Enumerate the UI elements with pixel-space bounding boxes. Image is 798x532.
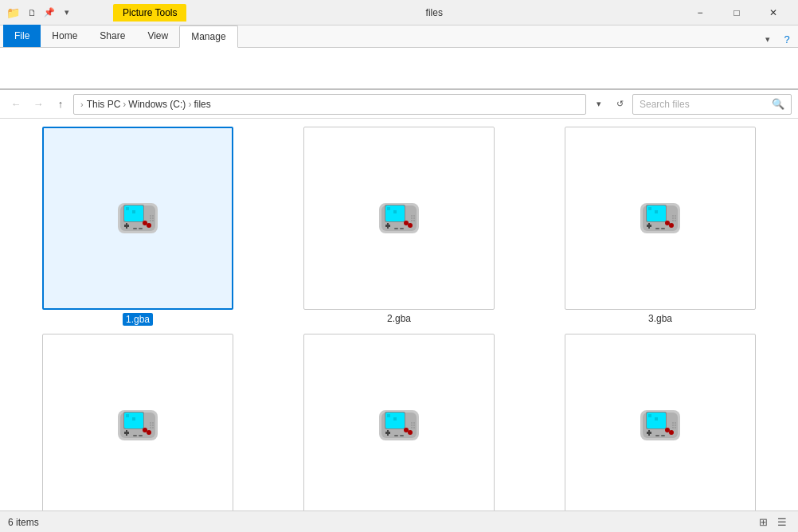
svg-point-94 [413, 427, 415, 428]
svg-point-14 [152, 215, 154, 217]
svg-point-91 [411, 424, 413, 426]
svg-point-34 [411, 217, 413, 219]
tab-home[interactable]: Home [41, 25, 88, 47]
svg-rect-100 [651, 414, 655, 417]
window-title: files [186, 7, 682, 18]
svg-rect-101 [655, 417, 658, 421]
file-item-4[interactable]: 4.gba [11, 334, 264, 510]
svg-point-112 [672, 427, 674, 428]
svg-point-71 [152, 422, 154, 424]
svg-point-110 [672, 424, 674, 426]
svg-rect-31 [400, 228, 404, 229]
search-placeholder: Search files [640, 99, 767, 110]
search-box[interactable]: Search files 🔍 [632, 94, 792, 115]
qa-pin-button[interactable]: 📌 [41, 5, 57, 21]
svg-rect-63 [132, 417, 135, 421]
ribbon-collapse-button[interactable]: ▾ [760, 31, 776, 47]
tab-share[interactable]: Share [88, 25, 136, 47]
svg-point-111 [675, 424, 676, 426]
svg-point-93 [411, 427, 413, 428]
file-thumbnail-3 [565, 127, 756, 310]
svg-rect-46 [648, 223, 650, 229]
file-item-2[interactable]: 2.gba [272, 127, 526, 326]
status-right: ⊞ ☰ [755, 514, 790, 530]
ribbon-tabs: File Home Share View Manage ▾ ? [0, 25, 798, 48]
tab-view[interactable]: View [136, 25, 179, 47]
title-bar-icons: 📁 🗋 📌 ▾ [6, 5, 75, 21]
file-label-2: 2.gba [387, 313, 411, 324]
svg-rect-30 [394, 228, 398, 229]
svg-point-47 [669, 223, 674, 228]
file-thumbnail-5 [303, 334, 495, 510]
svg-point-9 [147, 223, 151, 228]
svg-rect-106 [655, 435, 659, 436]
svg-rect-107 [661, 435, 665, 436]
forward-button[interactable]: → [29, 95, 48, 114]
nav-bar: ← → ↑ › This PC › Windows (C:) › files ▾… [0, 90, 798, 119]
svg-point-35 [413, 217, 415, 219]
file-item-3[interactable]: 3.gba [534, 127, 787, 326]
minimize-button[interactable]: − [682, 0, 718, 25]
address-dropdown-button[interactable]: ▾ [589, 94, 608, 115]
address-sep-2: › [188, 99, 191, 110]
refresh-button[interactable]: ↺ [610, 94, 629, 115]
qa-new-button[interactable]: 🗋 [24, 5, 40, 21]
ribbon-content [0, 48, 798, 89]
svg-rect-27 [387, 223, 389, 229]
svg-point-70 [150, 422, 151, 424]
title-bar: 📁 🗋 📌 ▾ Picture Tools files − □ ✕ [0, 0, 798, 25]
file-item-5[interactable]: 5.gba [272, 334, 526, 510]
file-thumbnail-1 [42, 127, 233, 310]
maximize-button[interactable]: □ [718, 0, 755, 25]
svg-point-55 [672, 220, 674, 221]
up-button[interactable]: ↑ [51, 95, 70, 114]
file-item-1[interactable]: 1.gba [11, 127, 264, 326]
gba-icon-5 [375, 404, 423, 448]
file-thumbnail-4 [42, 334, 233, 510]
address-bar[interactable]: › This PC › Windows (C:) › files [73, 94, 586, 115]
app-icon: 📁 [6, 6, 19, 19]
help-button[interactable]: ? [779, 31, 795, 47]
file-item-6[interactable]: 6.gba [534, 334, 787, 510]
file-thumbnail-6 [565, 334, 756, 510]
svg-rect-88 [400, 435, 404, 436]
address-part-drive: Windows (C:) [128, 99, 186, 110]
svg-rect-50 [661, 228, 665, 229]
svg-rect-82 [393, 417, 397, 421]
large-icons-view-button[interactable]: ⊞ [755, 514, 771, 530]
address-chevron-1: › [80, 100, 84, 109]
svg-rect-44 [655, 210, 658, 213]
gba-icon-1 [114, 197, 162, 241]
svg-rect-43 [651, 207, 655, 210]
svg-rect-87 [394, 435, 398, 436]
svg-rect-5 [129, 207, 132, 210]
gba-icon-3 [636, 197, 684, 241]
qa-dropdown-button[interactable]: ▾ [59, 5, 75, 21]
gba-icon-2 [375, 197, 423, 241]
details-view-button[interactable]: ☰ [774, 514, 790, 530]
search-icon: 🔍 [772, 98, 784, 110]
main-content: 1.gba [0, 119, 798, 510]
svg-point-10 [143, 221, 147, 225]
svg-rect-84 [387, 430, 389, 436]
svg-point-36 [411, 220, 413, 221]
back-button[interactable]: ← [6, 95, 25, 114]
svg-point-72 [150, 424, 151, 426]
svg-point-75 [152, 427, 154, 428]
svg-rect-80 [387, 414, 390, 417]
gba-icon-4 [114, 404, 162, 448]
tab-manage[interactable]: Manage [179, 25, 237, 48]
svg-point-17 [150, 220, 151, 221]
window-controls: − □ ✕ [682, 0, 792, 25]
svg-point-28 [408, 223, 413, 228]
svg-rect-11 [133, 228, 137, 229]
svg-point-51 [672, 215, 674, 217]
close-button[interactable]: ✕ [755, 0, 792, 25]
svg-rect-23 [387, 207, 390, 210]
svg-point-52 [675, 215, 676, 217]
svg-point-104 [669, 430, 674, 435]
tab-file[interactable]: File [3, 25, 41, 47]
svg-point-56 [675, 220, 676, 221]
svg-point-105 [665, 428, 670, 432]
svg-rect-24 [390, 207, 393, 210]
